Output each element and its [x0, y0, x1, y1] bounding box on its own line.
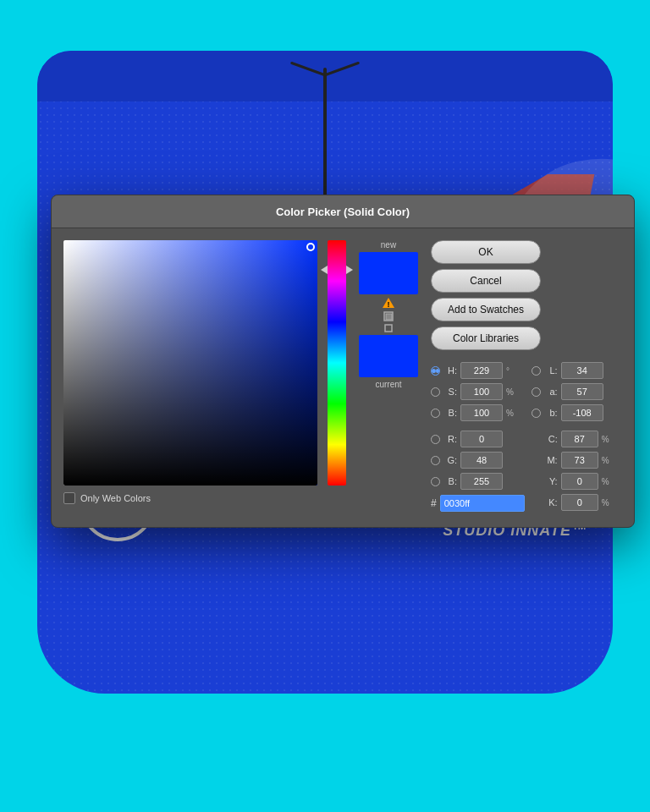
color-field[interactable]: [63, 240, 317, 486]
warning-icon: !: [382, 297, 395, 309]
label-a: a:: [544, 387, 558, 397]
only-web-colors-label: Only Web Colors: [80, 493, 151, 503]
color-preview-new: [359, 252, 418, 294]
input-a[interactable]: [561, 383, 603, 400]
only-web-colors-checkbox[interactable]: [63, 492, 75, 504]
input-H[interactable]: [460, 362, 503, 379]
hex-hash: #: [431, 497, 437, 509]
fields-right: L: a: b:: [532, 362, 622, 515]
label-C: C:: [544, 434, 558, 444]
input-G[interactable]: [460, 452, 503, 469]
cancel-button[interactable]: Cancel: [431, 269, 541, 293]
unit-Y: %: [602, 477, 612, 486]
label-L: L:: [544, 365, 558, 376]
color-field-section: Only Web Colors: [63, 240, 317, 515]
unit-S: %: [506, 387, 516, 397]
svg-text:!: !: [388, 300, 390, 309]
field-row-R: R:: [431, 431, 525, 447]
field-row-B: B: %: [431, 404, 525, 421]
input-B2[interactable]: [460, 473, 503, 490]
input-B[interactable]: [460, 404, 503, 421]
input-C[interactable]: [561, 431, 598, 447]
unit-H: °: [506, 366, 516, 376]
current-label: current: [375, 380, 401, 389]
radio-H[interactable]: [431, 366, 440, 376]
radio-B[interactable]: [431, 409, 440, 418]
hex-input[interactable]: [440, 495, 525, 512]
input-M[interactable]: [561, 452, 598, 469]
field-row-Y: Y: %: [532, 473, 622, 490]
radio-b[interactable]: [532, 409, 541, 418]
input-R[interactable]: [460, 431, 503, 447]
color-libraries-button[interactable]: Color Libraries: [431, 326, 541, 350]
input-S[interactable]: [460, 383, 503, 400]
svg-rect-3: [386, 314, 392, 320]
label-G: G:: [443, 455, 457, 465]
unit-B: %: [506, 409, 516, 418]
color-picker-dialog: Color Picker (Solid Color) Only Web Colo…: [51, 195, 635, 528]
hue-arrow-left: [321, 266, 328, 274]
radio-R[interactable]: [431, 435, 440, 444]
field-row-C: C: %: [532, 431, 622, 447]
radio-B2[interactable]: [431, 477, 440, 486]
radio-G[interactable]: [431, 456, 440, 465]
field-row-K: K: %: [532, 494, 622, 511]
input-L[interactable]: [561, 362, 603, 379]
radio-S[interactable]: [431, 387, 440, 397]
unit-C: %: [602, 435, 612, 444]
color-preview-current: [359, 335, 418, 377]
hue-slider-section: [328, 240, 346, 515]
color-field-dark-overlay: [63, 240, 317, 486]
field-row-G: G:: [431, 452, 525, 469]
field-row-M: M: %: [532, 452, 622, 469]
label-B2: B:: [443, 476, 457, 486]
input-K[interactable]: [561, 494, 598, 511]
dialog-title: Color Picker (Solid Color): [276, 206, 410, 218]
fields-container: H: ° S: % B:: [431, 362, 622, 515]
radio-L[interactable]: [532, 366, 541, 376]
cube-icon: [383, 310, 394, 322]
unit-M: %: [602, 456, 612, 465]
label-B: B:: [443, 408, 457, 418]
field-row-S: S: %: [431, 383, 525, 400]
field-row-b: b:: [532, 404, 622, 421]
color-field-cursor: [306, 243, 315, 251]
field-row-a: a:: [532, 383, 622, 400]
radio-a[interactable]: [532, 387, 541, 397]
label-M: M:: [544, 455, 558, 465]
label-R: R:: [443, 434, 457, 444]
svg-rect-4: [385, 325, 392, 332]
label-S: S:: [443, 387, 457, 397]
right-section: OK Cancel Add to Swatches Color Librarie…: [431, 240, 622, 515]
hue-slider[interactable]: [328, 240, 346, 486]
add-to-swatches-button[interactable]: Add to Swatches: [431, 298, 541, 321]
ok-button[interactable]: OK: [431, 240, 541, 264]
new-label: new: [381, 240, 396, 250]
field-row-L: L:: [532, 362, 622, 379]
preview-icons: !: [382, 297, 395, 332]
only-web-colors-row: Only Web Colors: [63, 492, 317, 504]
input-b[interactable]: [561, 404, 603, 421]
dialog-titlebar: Color Picker (Solid Color): [52, 195, 634, 228]
label-K: K:: [544, 497, 558, 508]
label-b: b:: [544, 408, 558, 418]
button-group: OK Cancel Add to Swatches Color Librarie…: [431, 240, 622, 350]
field-row-B2: B:: [431, 473, 525, 490]
square-icon: [384, 324, 393, 332]
dialog-body: Only Web Colors new !: [52, 228, 634, 527]
label-H: H:: [443, 365, 457, 376]
field-row-H: H: °: [431, 362, 525, 379]
hex-row: #: [431, 495, 525, 512]
hue-arrow-right: [346, 266, 353, 274]
fields-left: H: ° S: % B:: [431, 362, 525, 515]
input-Y[interactable]: [561, 473, 598, 490]
unit-K: %: [602, 498, 612, 508]
label-Y: Y:: [544, 476, 558, 486]
color-preview-section: new ! current: [356, 240, 421, 515]
